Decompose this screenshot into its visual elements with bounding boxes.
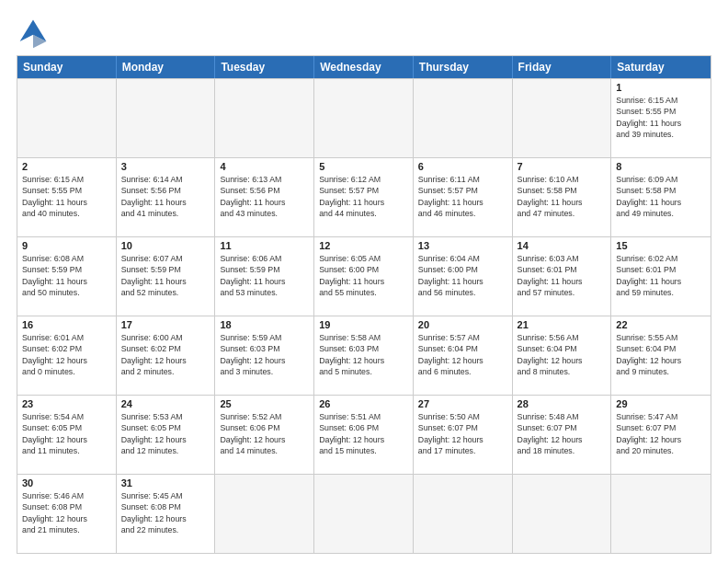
calendar-cell: 18Sunrise: 5:59 AM Sunset: 6:03 PM Dayli… <box>215 316 314 395</box>
calendar-cell: 25Sunrise: 5:52 AM Sunset: 6:06 PM Dayli… <box>215 396 314 474</box>
day-number: 20 <box>418 319 507 330</box>
header <box>17 17 711 50</box>
calendar-cell: 8Sunrise: 6:09 AM Sunset: 5:58 PM Daylig… <box>611 158 711 236</box>
calendar-cell: 29Sunrise: 5:47 AM Sunset: 6:07 PM Dayli… <box>611 396 711 474</box>
day-number: 30 <box>22 477 111 488</box>
calendar-cell <box>17 79 117 157</box>
weekday-header-saturday: Saturday <box>611 56 711 78</box>
calendar-cell: 21Sunrise: 5:56 AM Sunset: 6:04 PM Dayli… <box>513 316 612 395</box>
day-info: Sunrise: 5:55 AM Sunset: 6:04 PM Dayligh… <box>616 332 706 377</box>
weekday-header-tuesday: Tuesday <box>215 56 314 78</box>
day-info: Sunrise: 5:54 AM Sunset: 6:05 PM Dayligh… <box>22 411 111 456</box>
day-info: Sunrise: 6:10 AM Sunset: 5:58 PM Dayligh… <box>518 174 607 219</box>
calendar-cell: 7Sunrise: 6:10 AM Sunset: 5:58 PM Daylig… <box>513 158 612 236</box>
day-number: 3 <box>121 161 210 172</box>
calendar-cell: 14Sunrise: 6:03 AM Sunset: 6:01 PM Dayli… <box>513 237 612 316</box>
day-info: Sunrise: 5:59 AM Sunset: 6:03 PM Dayligh… <box>220 332 309 377</box>
calendar-cell <box>314 79 414 157</box>
page: SundayMondayTuesdayWednesdayThursdayFrid… <box>0 0 728 563</box>
day-info: Sunrise: 5:46 AM Sunset: 6:08 PM Dayligh… <box>22 490 111 535</box>
day-info: Sunrise: 6:03 AM Sunset: 6:01 PM Dayligh… <box>518 253 607 298</box>
day-info: Sunrise: 6:00 AM Sunset: 6:02 PM Dayligh… <box>121 332 210 377</box>
calendar-row-4: 23Sunrise: 5:54 AM Sunset: 6:05 PM Dayli… <box>17 395 711 474</box>
calendar-cell <box>215 475 314 553</box>
logo <box>17 17 55 50</box>
calendar-cell: 26Sunrise: 5:51 AM Sunset: 6:06 PM Dayli… <box>314 396 414 474</box>
day-number: 22 <box>616 319 706 330</box>
day-number: 7 <box>518 161 607 172</box>
day-info: Sunrise: 6:11 AM Sunset: 5:57 PM Dayligh… <box>418 174 507 219</box>
calendar-row-0: 1Sunrise: 6:15 AM Sunset: 5:55 PM Daylig… <box>17 78 711 157</box>
day-info: Sunrise: 5:50 AM Sunset: 6:07 PM Dayligh… <box>418 411 507 456</box>
logo-icon <box>17 17 50 50</box>
day-number: 16 <box>22 319 111 330</box>
day-number: 19 <box>319 319 408 330</box>
weekday-header-monday: Monday <box>117 56 216 78</box>
calendar-row-5: 30Sunrise: 5:46 AM Sunset: 6:08 PM Dayli… <box>17 474 711 553</box>
calendar-cell <box>611 475 711 553</box>
calendar-cell: 6Sunrise: 6:11 AM Sunset: 5:57 PM Daylig… <box>414 158 513 236</box>
calendar-cell: 28Sunrise: 5:48 AM Sunset: 6:07 PM Dayli… <box>513 396 612 474</box>
day-info: Sunrise: 6:05 AM Sunset: 6:00 PM Dayligh… <box>319 253 408 298</box>
day-number: 4 <box>220 161 309 172</box>
calendar-cell: 22Sunrise: 5:55 AM Sunset: 6:04 PM Dayli… <box>611 316 711 395</box>
calendar-cell: 30Sunrise: 5:46 AM Sunset: 6:08 PM Dayli… <box>17 475 117 553</box>
day-number: 12 <box>319 240 408 251</box>
day-info: Sunrise: 6:01 AM Sunset: 6:02 PM Dayligh… <box>22 332 111 377</box>
day-number: 25 <box>220 398 309 409</box>
day-info: Sunrise: 5:53 AM Sunset: 6:05 PM Dayligh… <box>121 411 210 456</box>
day-info: Sunrise: 6:06 AM Sunset: 5:59 PM Dayligh… <box>220 253 309 298</box>
calendar-cell: 17Sunrise: 6:00 AM Sunset: 6:02 PM Dayli… <box>117 316 216 395</box>
day-number: 17 <box>121 319 210 330</box>
calendar-cell: 10Sunrise: 6:07 AM Sunset: 5:59 PM Dayli… <box>117 237 216 316</box>
day-info: Sunrise: 5:56 AM Sunset: 6:04 PM Dayligh… <box>518 332 607 377</box>
day-info: Sunrise: 6:04 AM Sunset: 6:00 PM Dayligh… <box>418 253 507 298</box>
calendar-cell <box>314 475 414 553</box>
calendar-cell <box>117 79 216 157</box>
day-number: 29 <box>616 398 706 409</box>
day-number: 8 <box>616 161 706 172</box>
calendar-row-3: 16Sunrise: 6:01 AM Sunset: 6:02 PM Dayli… <box>17 316 711 395</box>
day-number: 11 <box>220 240 309 251</box>
calendar-cell: 2Sunrise: 6:15 AM Sunset: 5:55 PM Daylig… <box>17 158 117 236</box>
day-info: Sunrise: 6:02 AM Sunset: 6:01 PM Dayligh… <box>616 253 706 298</box>
calendar-cell: 15Sunrise: 6:02 AM Sunset: 6:01 PM Dayli… <box>611 237 711 316</box>
day-info: Sunrise: 6:08 AM Sunset: 5:59 PM Dayligh… <box>22 253 111 298</box>
day-number: 1 <box>616 82 706 93</box>
calendar-row-2: 9Sunrise: 6:08 AM Sunset: 5:59 PM Daylig… <box>17 236 711 316</box>
calendar-cell: 19Sunrise: 5:58 AM Sunset: 6:03 PM Dayli… <box>314 316 414 395</box>
day-info: Sunrise: 6:15 AM Sunset: 5:55 PM Dayligh… <box>22 174 111 219</box>
calendar-cell <box>414 475 513 553</box>
calendar-cell: 20Sunrise: 5:57 AM Sunset: 6:04 PM Dayli… <box>414 316 513 395</box>
day-info: Sunrise: 6:09 AM Sunset: 5:58 PM Dayligh… <box>616 174 706 219</box>
day-number: 2 <box>22 161 111 172</box>
day-info: Sunrise: 5:45 AM Sunset: 6:08 PM Dayligh… <box>121 490 210 535</box>
calendar-cell: 31Sunrise: 5:45 AM Sunset: 6:08 PM Dayli… <box>117 475 216 553</box>
calendar-cell: 12Sunrise: 6:05 AM Sunset: 6:00 PM Dayli… <box>314 237 414 316</box>
calendar-cell: 27Sunrise: 5:50 AM Sunset: 6:07 PM Dayli… <box>414 396 513 474</box>
weekday-header-wednesday: Wednesday <box>314 56 414 78</box>
day-number: 23 <box>22 398 111 409</box>
day-number: 31 <box>121 477 210 488</box>
weekday-header-thursday: Thursday <box>414 56 513 78</box>
day-info: Sunrise: 6:07 AM Sunset: 5:59 PM Dayligh… <box>121 253 210 298</box>
calendar: SundayMondayTuesdayWednesdayThursdayFrid… <box>17 55 711 554</box>
weekday-header-friday: Friday <box>513 56 612 78</box>
calendar-cell <box>513 79 612 157</box>
day-info: Sunrise: 5:47 AM Sunset: 6:07 PM Dayligh… <box>616 411 706 456</box>
day-number: 13 <box>418 240 507 251</box>
day-info: Sunrise: 5:52 AM Sunset: 6:06 PM Dayligh… <box>220 411 309 456</box>
calendar-cell: 4Sunrise: 6:13 AM Sunset: 5:56 PM Daylig… <box>215 158 314 236</box>
calendar-cell: 9Sunrise: 6:08 AM Sunset: 5:59 PM Daylig… <box>17 237 117 316</box>
calendar-body: 1Sunrise: 6:15 AM Sunset: 5:55 PM Daylig… <box>17 78 711 553</box>
day-info: Sunrise: 5:48 AM Sunset: 6:07 PM Dayligh… <box>518 411 607 456</box>
calendar-cell <box>513 475 612 553</box>
day-number: 27 <box>418 398 507 409</box>
day-number: 14 <box>518 240 607 251</box>
calendar-cell: 3Sunrise: 6:14 AM Sunset: 5:56 PM Daylig… <box>117 158 216 236</box>
day-number: 9 <box>22 240 111 251</box>
day-info: Sunrise: 5:57 AM Sunset: 6:04 PM Dayligh… <box>418 332 507 377</box>
day-info: Sunrise: 5:51 AM Sunset: 6:06 PM Dayligh… <box>319 411 408 456</box>
day-number: 21 <box>518 319 607 330</box>
calendar-cell: 11Sunrise: 6:06 AM Sunset: 5:59 PM Dayli… <box>215 237 314 316</box>
